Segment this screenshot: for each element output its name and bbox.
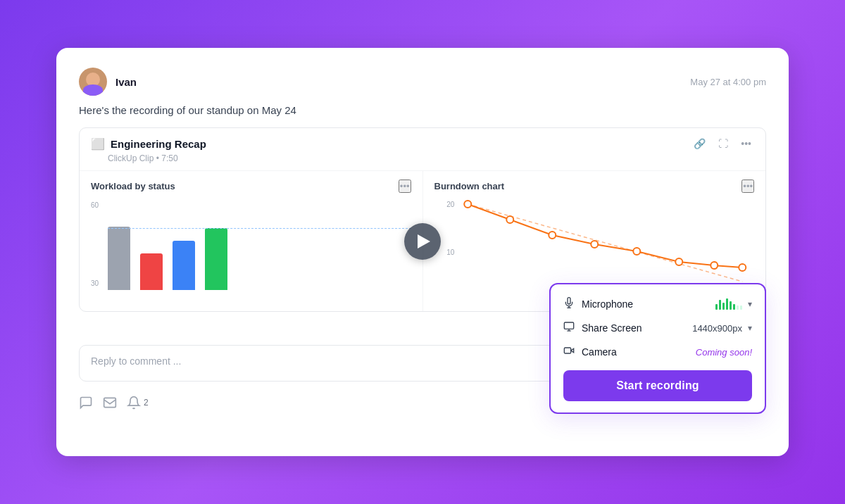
svg-text:20: 20 — [446, 201, 455, 208]
clip-expand-button[interactable]: ⛶ — [715, 137, 731, 151]
svg-point-9 — [739, 264, 746, 271]
clip-header: ⬜ Engineering Recap 🔗 ⛶ ••• — [80, 128, 765, 153]
camera-popup-icon — [563, 345, 575, 359]
share-screen-value: 1440x900px — [692, 323, 742, 334]
main-card: Ivan May 27 at 4:00 pm Here's the record… — [56, 48, 789, 456]
toolbar-left: 2 — [79, 396, 149, 410]
microphone-dropdown-arrow[interactable]: ▾ — [748, 299, 752, 309]
mic-bar-1 — [715, 304, 718, 310]
mic-bar-3 — [722, 303, 725, 310]
mail-icon[interactable] — [103, 396, 117, 410]
post-message: Here's the recording of our standup on M… — [79, 104, 766, 116]
clip-title: Engineering Recap — [111, 138, 206, 150]
notification-badge: 2 — [144, 398, 149, 408]
clip-meta: ClickUp Clip • 7:50 — [80, 153, 765, 170]
share-screen-label: Share Screen — [582, 322, 642, 334]
share-screen-row-right: 1440x900px ▾ — [692, 323, 752, 334]
share-screen-row-left: Share Screen — [563, 321, 642, 335]
svg-text:10: 10 — [446, 248, 455, 256]
svg-point-6 — [633, 248, 640, 255]
author-name: Ivan — [115, 76, 137, 88]
bell-icon[interactable]: 2 — [127, 396, 149, 410]
camera-row: Camera Coming soon! — [563, 345, 752, 359]
mic-bar-6 — [733, 304, 735, 310]
share-screen-row: Share Screen 1440x900px ▾ — [563, 321, 752, 335]
microphone-label: Microphone — [582, 298, 633, 310]
y-label-30: 30 — [91, 279, 99, 287]
camera-label: Camera — [582, 346, 617, 358]
microphone-icon — [563, 297, 575, 311]
share-screen-icon — [563, 321, 575, 335]
mic-bar-4 — [726, 298, 728, 310]
workload-chart-title: Workload by status — [91, 181, 175, 191]
svg-point-3 — [506, 216, 513, 223]
svg-point-4 — [549, 232, 556, 239]
clip-header-left: ⬜ Engineering Recap — [91, 137, 206, 151]
chat-icon[interactable] — [79, 396, 93, 410]
burndown-chart-more[interactable]: ••• — [741, 179, 754, 193]
y-label-60: 60 — [91, 201, 99, 209]
workload-chart-body: 60 30 — [91, 199, 411, 290]
bar-blue — [173, 241, 195, 290]
svg-point-2 — [464, 201, 471, 208]
clip-more-button[interactable]: ••• — [738, 137, 754, 151]
bar-red — [140, 253, 163, 290]
start-recording-button[interactable]: Start recording — [563, 370, 752, 401]
post-time: May 27 at 4:00 pm — [690, 77, 766, 87]
mic-bar-2 — [719, 300, 721, 310]
bar-gray — [108, 227, 130, 290]
svg-rect-10 — [104, 398, 116, 407]
clip-actions: 🔗 ⛶ ••• — [691, 137, 754, 151]
microphone-row-left: Microphone — [563, 297, 633, 311]
post-header: Ivan May 27 at 4:00 pm — [79, 68, 766, 96]
workload-title-row: Workload by status ••• — [91, 179, 411, 193]
burndown-svg: 20 10 — [434, 199, 755, 290]
camera-row-left: Camera — [563, 345, 617, 359]
microphone-row: Microphone ▾ — [563, 297, 752, 311]
svg-point-5 — [591, 241, 598, 248]
workload-chart-more[interactable]: ••• — [399, 179, 411, 193]
bar-green — [205, 228, 227, 290]
dashed-line — [108, 228, 411, 229]
mic-bar-5 — [730, 301, 732, 310]
workload-chart-panel: Workload by status ••• 60 30 — [80, 171, 423, 311]
burndown-title-row: Burndown chart ••• — [434, 179, 755, 193]
mic-bar-7 — [737, 305, 739, 310]
bars-container — [108, 199, 411, 290]
svg-rect-26 — [564, 348, 570, 353]
play-button[interactable] — [404, 223, 441, 260]
play-triangle-icon — [418, 234, 430, 248]
clip-link-button[interactable]: 🔗 — [691, 137, 708, 151]
comment-placeholder: Reply to comment ... — [91, 355, 181, 367]
microphone-row-right: ▾ — [715, 298, 752, 310]
share-screen-dropdown-arrow[interactable]: ▾ — [748, 323, 752, 333]
avatar — [79, 68, 107, 96]
camera-coming-soon: Coming soon! — [696, 347, 752, 358]
mic-level-bars — [715, 298, 742, 310]
recording-popup: Microphone ▾ — [549, 283, 766, 414]
camera-row-right: Coming soon! — [696, 347, 752, 358]
svg-rect-25 — [564, 322, 573, 329]
clip-video-icon: ⬜ — [91, 137, 105, 151]
burndown-chart-body: 20 10 — [434, 199, 755, 290]
svg-point-7 — [675, 258, 682, 265]
burndown-chart-title: Burndown chart — [434, 181, 505, 191]
svg-point-8 — [711, 262, 718, 269]
post-header-left: Ivan — [79, 68, 137, 96]
mic-bar-8 — [740, 305, 742, 310]
